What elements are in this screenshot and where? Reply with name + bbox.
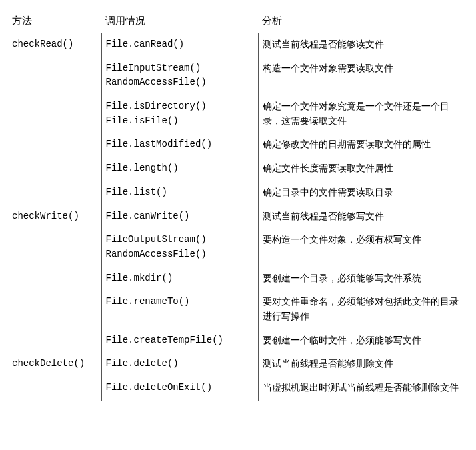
- table-row: File.length()确定文件长度需要读取文件属性: [8, 157, 468, 181]
- cell-analysis: 要构造一个文件对象，必须有权写文件: [258, 229, 468, 267]
- cell-call: File.lastModified(): [101, 133, 258, 157]
- table-row: File.isDirectory() File.isFile()确定一个文件对象…: [8, 95, 468, 133]
- cell-method: [8, 133, 101, 157]
- cell-method: [8, 157, 101, 181]
- cell-method: [8, 229, 101, 267]
- cell-method: [8, 181, 101, 205]
- cell-method: [8, 329, 101, 353]
- cell-call: File.mkdir(): [101, 267, 258, 291]
- cell-analysis: 要对文件重命名，必须能够对包括此文件的目录进行写操作: [258, 291, 468, 329]
- methods-table: 方法 调用情况 分析 checkRead()File.canRead()测试当前…: [8, 12, 468, 401]
- cell-call: File.createTempFile(): [101, 329, 258, 353]
- header-method: 方法: [8, 12, 101, 33]
- header-analysis: 分析: [258, 12, 468, 33]
- cell-method: checkDelete(): [8, 353, 101, 377]
- cell-call: File.canRead(): [101, 33, 258, 57]
- header-call: 调用情况: [101, 12, 258, 33]
- table-row: FileOutputStream() RandomAccessFile()要构造…: [8, 229, 468, 267]
- table-row: checkRead()File.canRead()测试当前线程是否能够读文件: [8, 33, 468, 57]
- cell-call: File.isDirectory() File.isFile(): [101, 95, 258, 133]
- cell-analysis: 测试当前线程是否能够读文件: [258, 33, 468, 57]
- cell-call: File.length(): [101, 157, 258, 181]
- table-row: File.list()确定目录中的文件需要读取目录: [8, 181, 468, 205]
- cell-method: [8, 95, 101, 133]
- table-row: File.mkdir()要创建一个目录，必须能够写文件系统: [8, 267, 468, 291]
- table-row: File.renameTo()要对文件重命名，必须能够对包括此文件的目录进行写操…: [8, 291, 468, 329]
- table-row: File.createTempFile()要创建一个临时文件，必须能够写文件: [8, 329, 468, 353]
- table-row: checkDelete()File.delete()测试当前线程是否能够删除文件: [8, 353, 468, 377]
- cell-call: FileOutputStream() RandomAccessFile(): [101, 229, 258, 267]
- cell-analysis: 确定修改文件的日期需要读取文件的属性: [258, 133, 468, 157]
- cell-analysis: 构造一个文件对象需要读取文件: [258, 57, 468, 95]
- cell-call: FileInputStream() RandomAccessFile(): [101, 57, 258, 95]
- table-row: checkWrite()File.canWrite()测试当前线程是否能够写文件: [8, 205, 468, 229]
- cell-analysis: 确定目录中的文件需要读取目录: [258, 181, 468, 205]
- cell-analysis: 当虚拟机退出时测试当前线程是否能够删除文件: [258, 377, 468, 401]
- cell-call: File.deleteOnExit(): [101, 377, 258, 401]
- table-row: File.deleteOnExit()当虚拟机退出时测试当前线程是否能够删除文件: [8, 377, 468, 401]
- cell-analysis: 确定一个文件对象究竟是一个文件还是一个目录，这需要读取文件: [258, 95, 468, 133]
- cell-method: checkWrite(): [8, 205, 101, 229]
- cell-method: [8, 57, 101, 95]
- cell-method: checkRead(): [8, 33, 101, 57]
- cell-method: [8, 291, 101, 329]
- cell-analysis: 测试当前线程是否能够删除文件: [258, 353, 468, 377]
- cell-analysis: 要创建一个目录，必须能够写文件系统: [258, 267, 468, 291]
- cell-analysis: 要创建一个临时文件，必须能够写文件: [258, 329, 468, 353]
- table-header-row: 方法 调用情况 分析: [8, 12, 468, 33]
- cell-analysis: 确定文件长度需要读取文件属性: [258, 157, 468, 181]
- cell-call: File.renameTo(): [101, 291, 258, 329]
- cell-call: File.canWrite(): [101, 205, 258, 229]
- table-row: File.lastModified()确定修改文件的日期需要读取文件的属性: [8, 133, 468, 157]
- table-row: FileInputStream() RandomAccessFile()构造一个…: [8, 57, 468, 95]
- cell-method: [8, 377, 101, 401]
- cell-call: File.list(): [101, 181, 258, 205]
- cell-method: [8, 267, 101, 291]
- cell-analysis: 测试当前线程是否能够写文件: [258, 205, 468, 229]
- cell-call: File.delete(): [101, 353, 258, 377]
